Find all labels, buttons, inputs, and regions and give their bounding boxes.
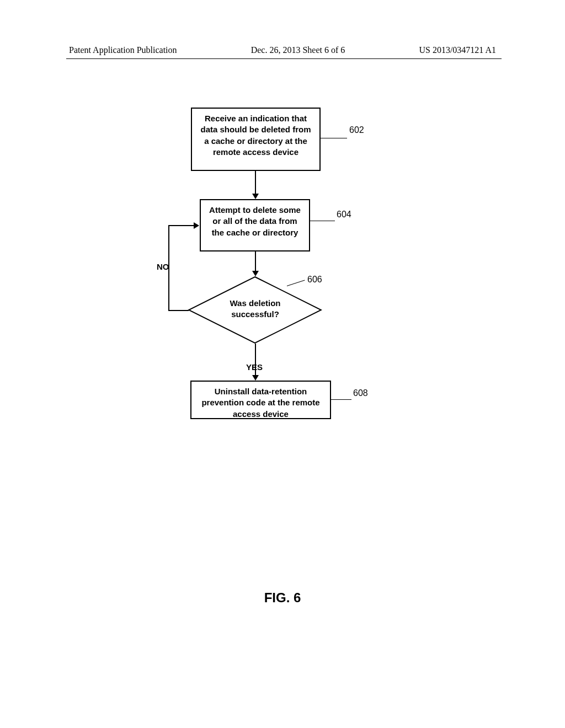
arrowhead-down-icon (252, 194, 259, 199)
process-box-608: Uninstall data-retention prevention code… (190, 381, 331, 419)
process-box-604: Attempt to delete some or all of the dat… (200, 199, 310, 251)
arrow-line (168, 310, 189, 311)
process-text: Receive an indication that data should b… (200, 114, 311, 157)
figure-caption: FIG. 6 (0, 590, 565, 606)
decision-text: Was deletion successful? (215, 298, 295, 320)
ref-label-604: 604 (337, 210, 351, 220)
arrowhead-down-icon (252, 375, 259, 381)
leader-line (310, 221, 335, 221)
arrow-line (168, 225, 194, 226)
arrow-line (255, 171, 256, 194)
leader-line (331, 399, 351, 400)
page-header: Patent Application Publication Dec. 26, … (0, 45, 565, 55)
header-divider (66, 58, 502, 59)
ref-label-606: 606 (307, 275, 322, 285)
header-center-text: Dec. 26, 2013 Sheet 6 of 6 (251, 45, 345, 55)
header-right-text: US 2013/0347121 A1 (419, 45, 496, 55)
no-label: NO (157, 262, 169, 271)
leader-line (321, 138, 347, 138)
header-left-text: Patent Application Publication (69, 45, 177, 55)
process-box-602: Receive an indication that data should b… (191, 108, 321, 171)
ref-label-608: 608 (353, 388, 368, 398)
process-text: Uninstall data-retention prevention code… (201, 387, 319, 419)
process-text: Attempt to delete some or all of the dat… (209, 205, 301, 237)
arrow-line (255, 251, 256, 271)
yes-label: YES (246, 362, 263, 372)
arrowhead-right-icon (194, 222, 199, 229)
ref-label-602: 602 (349, 125, 364, 135)
